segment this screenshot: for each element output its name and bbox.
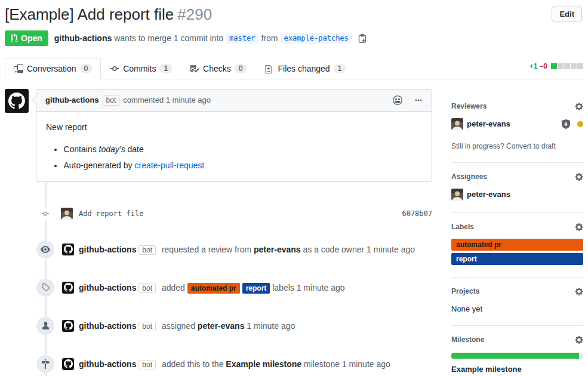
diffstat: +1 −0 [529, 62, 583, 74]
draft-hint: Still in progress? Convert to draft [451, 142, 583, 150]
git-pull-request-icon [11, 33, 18, 42]
bot-badge: bot [103, 95, 120, 106]
event-time[interactable]: 1 minute ago [367, 245, 415, 254]
tab-files-changed[interactable]: Files changed 1 [255, 58, 355, 79]
pr-description-comment: github-actions bot commented 1 minute ag… [5, 89, 432, 182]
milestone-header[interactable]: Milestone [451, 335, 583, 344]
state-label: Open [21, 33, 42, 43]
event-text: github-actions bot assigned peter-evans … [79, 320, 295, 332]
bot-badge: bot [138, 283, 156, 293]
comment-list: Contains today’s date Auto-generated by … [46, 143, 422, 172]
comment-author[interactable]: github-actions [45, 95, 99, 104]
timeline-event-labels-added: github-actions bot added automated pr re… [5, 279, 432, 297]
event-text-after: labels [272, 283, 294, 292]
sidebar-section-projects: Projects None yet [451, 278, 583, 326]
gear-icon[interactable] [575, 102, 583, 111]
convert-to-draft-link[interactable]: Convert to draft [506, 142, 556, 150]
bot-badge: bot [138, 245, 156, 255]
assignee-peter-evans[interactable]: peter-evans [451, 189, 583, 201]
diff-block [571, 63, 577, 69]
milestone-progress-bar [451, 353, 583, 359]
diff-block [577, 63, 583, 69]
page-title: [Example] Add report file#290 [5, 5, 541, 24]
draft-hint-text: Still in progress? [451, 142, 504, 150]
pr-number: #290 [177, 5, 212, 23]
comment-action: commented [123, 95, 164, 104]
comment-box: github-actions bot commented 1 minute ag… [36, 89, 432, 182]
reviewer-peter-evans[interactable]: peter-evans [451, 118, 583, 130]
sidebar-section-reviewers: Reviewers peter-evans Still in progress?… [451, 89, 583, 163]
tab-commits[interactable]: Commits 1 [101, 58, 181, 79]
github-actions-avatar[interactable] [62, 282, 74, 294]
label-automated-pr[interactable]: automated pr [187, 283, 240, 294]
create-pull-request-link[interactable]: create-pull-request [134, 161, 204, 170]
base-branch-label[interactable]: master [226, 33, 258, 44]
gear-icon[interactable] [575, 335, 583, 344]
gear-icon[interactable] [575, 172, 583, 181]
git-commit-icon [41, 207, 50, 220]
diff-block [558, 63, 564, 69]
event-target-user[interactable]: peter-evans [198, 321, 245, 331]
event-target-milestone[interactable]: Example milestone [226, 359, 301, 369]
copy-branch-button[interactable] [358, 33, 367, 43]
event-text-after: as a code owner [303, 245, 364, 254]
event-author[interactable]: github-actions [79, 245, 136, 254]
tab-label: Files changed [278, 64, 330, 73]
event-time[interactable]: 1 minute ago [342, 359, 390, 369]
projects-header[interactable]: Projects [451, 287, 583, 296]
reviewer-status [562, 119, 583, 129]
event-author[interactable]: github-actions [79, 321, 136, 331]
sidebar-section-assignees: Assignees peter-evans [451, 163, 583, 213]
github-actions-avatar[interactable] [62, 320, 74, 332]
timeline-event-review-requested: github-actions bot requested a review fr… [5, 241, 432, 258]
gear-icon[interactable] [575, 287, 583, 296]
diff-block [551, 63, 557, 69]
eye-icon [36, 241, 54, 258]
edit-button[interactable]: Edit [552, 7, 582, 21]
diffstat-deletions: −0 [539, 62, 547, 70]
github-actions-avatar[interactable] [5, 89, 29, 113]
checklist-icon [190, 64, 199, 73]
event-target-user[interactable]: peter-evans [254, 245, 301, 254]
event-time[interactable]: 1 minute ago [247, 321, 295, 331]
labels-list: automated pr report [451, 239, 583, 265]
tab-count: 1 [159, 64, 172, 73]
commit-sha[interactable]: 6078b07 [402, 209, 432, 218]
pr-header: [Example] Add report file#290 Edit [5, 5, 583, 24]
head-branch-label[interactable]: example-patches [281, 33, 351, 44]
gear-icon[interactable] [575, 223, 583, 232]
kebab-horizontal-icon[interactable] [414, 96, 423, 104]
tab-checks[interactable]: Checks 0 [181, 58, 255, 79]
labels-header[interactable]: Labels [451, 223, 583, 232]
clipboard-copy-icon [358, 33, 367, 43]
milestone-name-link[interactable]: Example milestone [451, 365, 583, 374]
comment-time[interactable]: 1 minute ago [166, 95, 211, 104]
label-report[interactable]: report [242, 283, 270, 294]
tab-count: 0 [235, 64, 247, 73]
file-diff-icon [264, 64, 274, 73]
tab-conversation[interactable]: Conversation 0 [5, 58, 101, 79]
milestone-icon [36, 355, 54, 373]
assignees-header[interactable]: Assignees [451, 172, 583, 181]
bot-badge: bot [138, 360, 156, 369]
projects-heading: Projects [451, 287, 479, 295]
pr-title-text: [Example] Add report file [5, 5, 174, 23]
github-actions-avatar[interactable] [62, 244, 74, 255]
event-author[interactable]: github-actions [79, 359, 136, 369]
meta-author[interactable]: github-actions [54, 33, 112, 43]
event-author[interactable]: github-actions [79, 283, 136, 292]
list-item: Auto-generated by create-pull-request [63, 159, 422, 172]
smiley-icon[interactable] [393, 95, 402, 105]
reviewer-name: peter-evans [467, 119, 510, 128]
meta-from-text: from [261, 33, 278, 43]
commit-message[interactable]: Add report file [79, 209, 143, 218]
event-time[interactable]: 1 minute ago [297, 283, 345, 292]
label-automated-pr[interactable]: automated pr [451, 239, 583, 251]
github-actions-avatar[interactable] [62, 358, 74, 370]
label-report[interactable]: report [451, 253, 583, 265]
reviewers-header[interactable]: Reviewers [451, 102, 583, 111]
event-text-before: added [162, 283, 185, 292]
tab-count: 0 [80, 64, 93, 73]
committer-avatar[interactable] [61, 208, 73, 220]
assignee-name: peter-evans [467, 190, 510, 199]
